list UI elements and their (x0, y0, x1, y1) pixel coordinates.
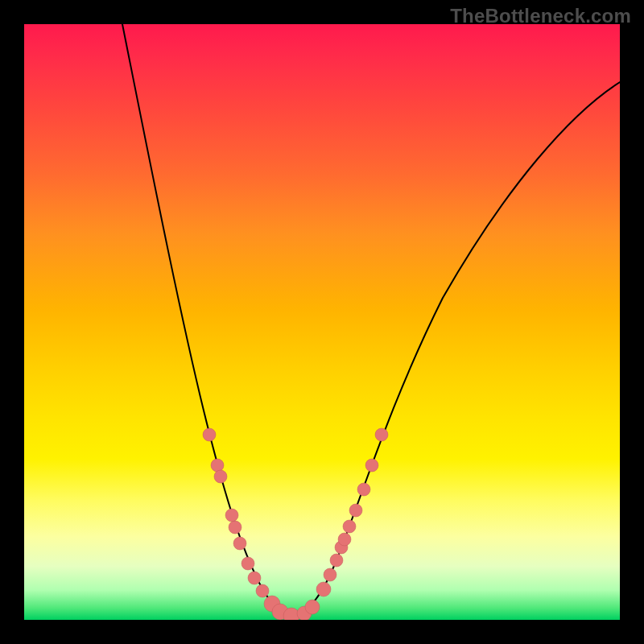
data-marker (225, 509, 238, 522)
data-marker (375, 428, 388, 441)
data-marker (242, 557, 254, 570)
data-marker (305, 600, 320, 614)
markers (203, 428, 388, 620)
data-marker (338, 533, 351, 546)
bottleneck-curve-left (122, 24, 290, 617)
data-marker (248, 572, 261, 584)
chart-frame: TheBottleneck.com (0, 0, 644, 644)
data-marker (316, 582, 331, 597)
data-marker (357, 483, 370, 496)
data-marker (324, 568, 336, 581)
watermark-text: TheBottleneck.com (450, 5, 631, 27)
data-marker (365, 459, 378, 472)
data-marker (229, 521, 242, 534)
plot-area (24, 24, 620, 620)
data-marker (211, 459, 224, 472)
curve-layer (24, 24, 620, 620)
curves (122, 24, 620, 617)
data-marker (256, 584, 269, 597)
data-marker (330, 554, 343, 567)
data-marker (349, 504, 362, 517)
data-marker (203, 428, 216, 441)
data-marker (214, 470, 227, 483)
data-marker (233, 537, 246, 550)
data-marker (343, 520, 356, 533)
